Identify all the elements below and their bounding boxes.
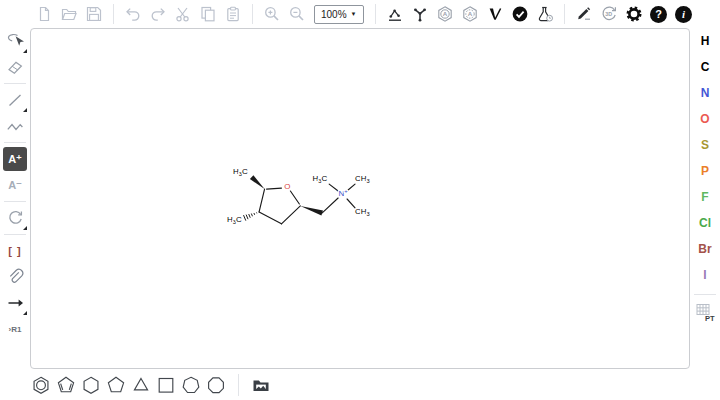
element-list: HCNOSPFClBrI <box>694 31 716 291</box>
dearomatize-letter: A <box>467 10 472 17</box>
undo-icon <box>124 5 142 23</box>
redo-button[interactable] <box>146 2 170 26</box>
hash-bond[interactable] <box>251 214 252 217</box>
element-button-s[interactable]: S <box>694 135 716 155</box>
chain-button[interactable] <box>3 114 27 138</box>
aromatize-button[interactable]: A <box>433 2 457 26</box>
element-button-cl[interactable]: Cl <box>694 213 716 233</box>
reaction-arrow-button[interactable] <box>3 291 27 315</box>
bond[interactable] <box>329 184 338 191</box>
rotate-3d-button[interactable]: 3D <box>597 2 621 26</box>
rotate-tool-button[interactable] <box>3 206 27 230</box>
divider <box>564 4 565 24</box>
lasso-selection-button[interactable] <box>3 29 27 53</box>
edit-3d-button[interactable] <box>572 2 596 26</box>
calculate-cip-button[interactable] <box>483 2 507 26</box>
cyclooctane-icon <box>205 374 227 396</box>
bond[interactable] <box>290 191 299 204</box>
paste-button[interactable] <box>221 2 245 26</box>
settings-button[interactable] <box>622 2 646 26</box>
copy-button[interactable] <box>196 2 220 26</box>
template-library-button[interactable] <box>250 374 272 396</box>
bond[interactable] <box>347 199 355 208</box>
divider <box>113 4 114 24</box>
template-button-cyclohexane[interactable] <box>80 374 102 396</box>
attachment-point-button[interactable] <box>3 265 27 289</box>
benzene-icon <box>30 374 52 396</box>
template-button-cyclopentadiene[interactable] <box>55 374 77 396</box>
atom-label-H3C[interactable]: H3C <box>313 174 328 184</box>
paste-icon <box>224 5 242 23</box>
r-group-button[interactable]: ›R1 <box>3 317 27 341</box>
element-button-o[interactable]: O <box>694 109 716 129</box>
element-button-c[interactable]: C <box>694 57 716 77</box>
erase-button[interactable] <box>3 55 27 79</box>
charge-plus-button[interactable]: A⁺ <box>3 147 27 171</box>
layout-button[interactable] <box>383 2 407 26</box>
layout-icon <box>386 5 404 23</box>
help-icon: ? <box>650 6 667 23</box>
hash-bond[interactable] <box>254 213 255 215</box>
divider <box>4 142 26 143</box>
atom-label-N+[interactable]: N+ <box>339 188 349 198</box>
atom-label-CH3[interactable]: CH3 <box>355 207 370 217</box>
template-button-cyclopentane[interactable] <box>105 374 127 396</box>
check-structure-button[interactable] <box>508 2 532 26</box>
bond[interactable] <box>259 189 264 212</box>
bond[interactable] <box>322 198 338 213</box>
charge-minus-button[interactable]: A⁻ <box>3 173 27 197</box>
template-library-icon <box>251 375 271 395</box>
template-button-cyclobutane[interactable] <box>155 374 177 396</box>
hash-bond[interactable] <box>244 215 246 221</box>
dearomatize-button[interactable]: A <box>458 2 482 26</box>
hash-bond[interactable] <box>246 215 248 220</box>
about-button[interactable]: i <box>672 2 696 26</box>
element-button-h[interactable]: H <box>694 31 716 51</box>
help-button[interactable]: ? <box>647 2 671 26</box>
bond[interactable] <box>267 188 282 189</box>
zoom-out-button[interactable] <box>285 2 309 26</box>
new-document-icon <box>35 5 53 23</box>
template-button-cyclooctane[interactable] <box>205 374 227 396</box>
open-button[interactable] <box>57 2 81 26</box>
bond[interactable] <box>348 184 355 190</box>
bond[interactable] <box>259 212 281 224</box>
element-button-n[interactable]: N <box>694 83 716 103</box>
cyclobutane-icon <box>155 374 177 396</box>
element-button-i[interactable]: I <box>694 265 716 285</box>
template-button-cycloheptane[interactable] <box>180 374 202 396</box>
template-list <box>30 374 227 396</box>
divider <box>694 294 716 295</box>
zoom-in-button[interactable] <box>260 2 284 26</box>
save-button[interactable] <box>82 2 106 26</box>
bond[interactable] <box>281 206 300 224</box>
copy-icon <box>199 5 217 23</box>
s-group-button[interactable]: [ ] <box>3 239 27 263</box>
molecule[interactable]: H3COH3CH3CCH3N+CH3 <box>31 29 689 368</box>
wedge-bond[interactable] <box>250 175 265 189</box>
template-button-benzene[interactable] <box>30 374 52 396</box>
atom-label-H3C[interactable]: H3C <box>233 167 248 177</box>
element-button-p[interactable]: P <box>694 161 716 181</box>
atom-label-CH3[interactable]: CH3 <box>355 174 370 184</box>
cut-button[interactable] <box>171 2 195 26</box>
template-toolbar <box>30 370 272 400</box>
periodic-table-button[interactable]: PT <box>693 300 717 324</box>
drawing-canvas[interactable]: H3COH3CH3CCH3N+CH3 <box>30 28 690 369</box>
clean-up-button[interactable] <box>408 2 432 26</box>
atom-label-H3C[interactable]: H3C <box>227 215 242 225</box>
element-button-f[interactable]: F <box>694 187 716 207</box>
divider <box>4 234 26 235</box>
new-document-button[interactable] <box>32 2 56 26</box>
hash-bond[interactable] <box>249 214 251 218</box>
calculated-values-button[interactable] <box>533 2 557 26</box>
template-button-cyclopropane[interactable] <box>130 374 152 396</box>
redo-icon <box>149 5 167 23</box>
zoom-level-dropdown[interactable]: 100% ▼ <box>314 5 364 24</box>
undo-button[interactable] <box>121 2 145 26</box>
atom-label-O[interactable]: O <box>284 182 290 191</box>
single-bond-button[interactable] <box>3 88 27 112</box>
aromatize-letter: A <box>442 10 447 17</box>
element-button-br[interactable]: Br <box>694 239 716 259</box>
wedge-bond[interactable] <box>300 206 323 215</box>
